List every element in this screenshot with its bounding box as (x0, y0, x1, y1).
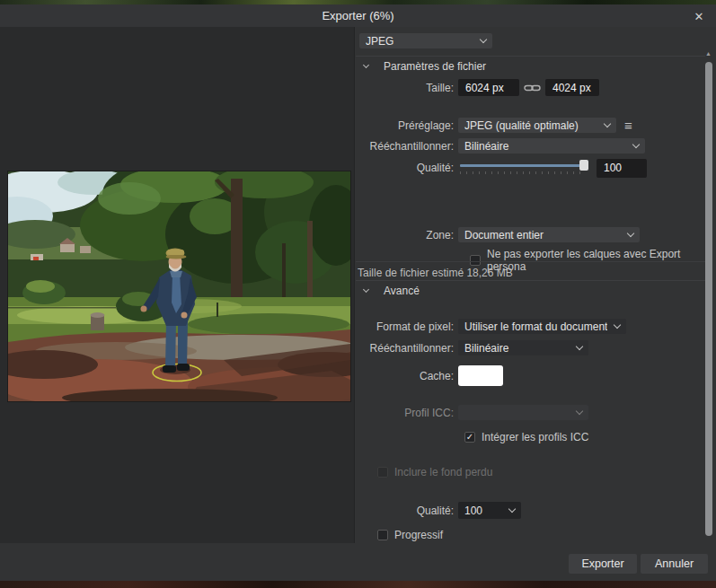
quality-slider-thumb[interactable] (579, 160, 588, 171)
embed-icc-checkbox[interactable]: ✓ (464, 432, 475, 443)
dialog-footer: Exporter Annuler (0, 543, 716, 581)
quality-slider-track[interactable] (460, 164, 584, 167)
chevron-down-icon (508, 505, 516, 512)
advanced-section-header[interactable]: Avancé (356, 280, 705, 300)
resample-label: Rééchantillonner: (356, 140, 458, 153)
petanque-photo-illustration (8, 171, 350, 401)
chevron-down-icon (363, 62, 369, 68)
dialog-title: Exporter (6%) (322, 9, 393, 22)
area-value: Document entier (464, 229, 621, 241)
include-bleed-checkbox-label: Inclure le fond perdu (394, 466, 492, 478)
chevron-down-icon (604, 119, 611, 127)
matte-color-swatch[interactable] (458, 365, 503, 386)
preview-panel (0, 27, 355, 543)
chevron-down-icon (576, 342, 583, 349)
size-width-input[interactable]: 6024 px (458, 79, 519, 96)
chevron-down-icon (363, 286, 369, 293)
advanced-header-label: Avancé (384, 285, 420, 297)
file-format-dropdown[interactable]: JPEG (359, 33, 492, 48)
quality-slider-ticks (460, 171, 586, 174)
settings-scrollbar[interactable]: ▲ ▼ (703, 49, 713, 557)
close-icon[interactable]: ✕ (691, 8, 707, 24)
chevron-down-icon (627, 229, 634, 236)
pixel-format-dropdown[interactable]: Utiliser le format du document (458, 319, 626, 334)
file-format-value: JPEG (366, 35, 473, 48)
advanced-resample-value: Bilinéaire (464, 342, 570, 355)
quality-value-input[interactable]: 100 (597, 159, 647, 178)
export-dialog-screen: Exporter (6%) ✕ (0, 0, 716, 588)
preset-dropdown[interactable]: JPEG (qualité optimale) (458, 118, 616, 133)
area-label: Zone: (356, 229, 458, 241)
scroll-up-icon[interactable]: ▲ (703, 49, 713, 58)
progressive-checkbox-label: Progressif (394, 529, 443, 541)
advanced-quality-label: Qualité: (356, 505, 458, 517)
export-preview-image (8, 171, 350, 401)
export-button[interactable]: Exporter (569, 554, 637, 574)
pixel-format-value: Utiliser le format du document (464, 320, 607, 333)
icc-profile-dropdown (458, 405, 588, 420)
area-dropdown[interactable]: Document entier (458, 227, 640, 242)
matte-label: Cache: (356, 370, 458, 382)
preset-label: Préréglage: (356, 119, 458, 132)
advanced-resample-label: Rééchantillonner: (356, 342, 458, 355)
icc-profile-label: Profil ICC: (356, 407, 458, 419)
progressive-checkbox[interactable] (377, 530, 388, 540)
chevron-down-icon (614, 320, 621, 328)
chevron-down-icon (632, 140, 640, 147)
quality-slider[interactable] (458, 158, 591, 178)
background-canvas-bottom-strip (0, 581, 716, 588)
resample-dropdown[interactable]: Bilinéaire (458, 138, 645, 154)
file-settings-header-label: Paramètres de fichier (384, 60, 486, 73)
settings-panel: JPEG Paramètres de fichier Taille: 6024 … (356, 27, 716, 543)
advanced-quality-value: 100 (464, 505, 502, 517)
include-bleed-checkbox (377, 467, 388, 478)
file-settings-section-header[interactable]: Paramètres de fichier (356, 56, 705, 75)
preset-value: JPEG (qualité optimale) (464, 119, 597, 132)
resample-value: Bilinéaire (464, 140, 626, 153)
advanced-resample-dropdown[interactable]: Bilinéaire (458, 340, 588, 355)
pixel-format-label: Format de pixel: (356, 320, 458, 333)
preset-menu-icon[interactable]: ≡ (624, 118, 632, 132)
size-height-input[interactable]: 4024 px (545, 79, 599, 96)
size-label: Taille: (356, 82, 458, 94)
cancel-button[interactable]: Annuler (641, 554, 708, 574)
chevron-down-icon (480, 35, 487, 42)
check-icon: ✓ (466, 433, 473, 442)
chevron-down-icon (576, 407, 583, 414)
link-dimensions-icon[interactable] (524, 83, 541, 92)
advanced-quality-dropdown[interactable]: 100 (458, 502, 521, 519)
embed-icc-checkbox-label: Intégrer les profils ICC (482, 431, 588, 443)
quality-label: Qualité: (356, 162, 458, 174)
scrollbar-thumb[interactable] (705, 62, 712, 536)
estimated-file-size: Taille de fichier estimé 18,26 MB (358, 267, 513, 279)
dialog-titlebar: Exporter (6%) ✕ (0, 4, 716, 27)
